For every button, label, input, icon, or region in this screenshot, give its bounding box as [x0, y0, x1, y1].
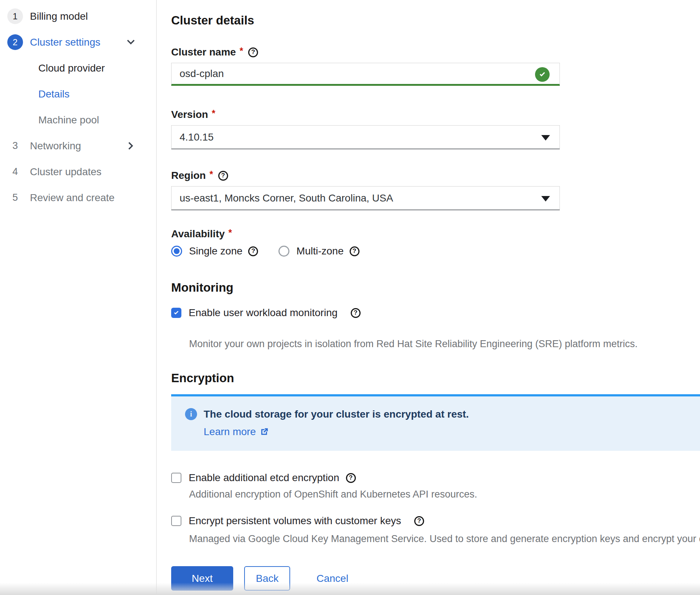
step-number: 5	[7, 192, 23, 203]
step-number-badge: 1	[7, 8, 23, 24]
encrypt-persistent-volumes-label: Encrypt persistent volumes with customer…	[189, 515, 401, 527]
help-icon[interactable]: ?	[414, 516, 424, 526]
help-icon[interactable]: ?	[248, 246, 258, 256]
enable-user-workload-monitoring-label: Enable user workload monitoring	[189, 307, 338, 319]
wizard-footer: Next Back Cancel	[171, 566, 700, 591]
nav-step-label: Networking	[30, 140, 81, 152]
help-icon[interactable]: ?	[351, 308, 361, 318]
multi-zone-label: Multi-zone	[296, 245, 343, 257]
nav-substep-machine-pool[interactable]: Machine pool	[0, 107, 156, 133]
availability-label: Availability	[171, 228, 225, 240]
monitoring-heading: Monitoring	[171, 280, 700, 295]
required-asterisk: *	[212, 108, 215, 119]
help-icon[interactable]: ?	[248, 47, 258, 57]
info-alert-title: The cloud storage for your cluster is en…	[204, 408, 469, 420]
step-number: 3	[7, 140, 23, 151]
nav-step-networking[interactable]: 3 Networking	[0, 133, 156, 159]
etcd-encryption-row: Enable additional etcd encryption ?	[171, 472, 700, 484]
nav-substep-label: Machine pool	[38, 114, 99, 126]
external-link-icon	[259, 427, 269, 437]
version-selected-value: 4.10.15	[180, 131, 214, 143]
info-alert-link-row: Learn more	[204, 426, 700, 438]
step-number: 4	[7, 166, 23, 177]
enable-user-workload-monitoring-checkbox[interactable]	[171, 308, 181, 318]
step-number-badge: 2	[7, 34, 23, 50]
single-zone-label: Single zone	[189, 245, 242, 257]
radio-selected-icon	[171, 246, 182, 257]
version-label-row: Version *	[171, 108, 700, 121]
etcd-helper-text: Additional encryption of OpenShift and K…	[171, 488, 700, 500]
region-selected-value: us-east1, Moncks Corner, South Carolina,…	[180, 192, 393, 204]
info-icon: i	[185, 408, 197, 420]
caret-down-icon	[541, 196, 550, 201]
cluster-name-label: Cluster name	[171, 46, 236, 58]
enable-additional-etcd-encryption-label: Enable additional etcd encryption	[189, 472, 339, 484]
caret-down-icon	[541, 135, 550, 141]
cancel-button[interactable]: Cancel	[313, 566, 352, 591]
availability-label-row: Availability *	[171, 228, 700, 240]
success-check-icon	[535, 67, 550, 82]
monitoring-helper-text: Monitor your own projects in isolation f…	[171, 338, 700, 350]
nav-step-label: Billing model	[30, 11, 88, 22]
single-zone-radio-option[interactable]: Single zone ?	[171, 245, 258, 257]
nav-step-cluster-settings[interactable]: 2 Cluster settings	[0, 29, 156, 55]
nav-substep-cloud-provider[interactable]: Cloud provider	[0, 55, 156, 81]
next-button[interactable]: Next	[171, 566, 233, 591]
chevron-down-icon	[127, 37, 135, 45]
encryption-heading: Encryption	[171, 370, 700, 386]
chevron-right-icon	[126, 142, 133, 150]
back-button[interactable]: Back	[244, 566, 290, 591]
required-asterisk: *	[228, 228, 232, 238]
required-asterisk: *	[239, 46, 243, 56]
nav-step-cluster-updates[interactable]: 4 Cluster updates	[0, 159, 156, 185]
info-alert: i The cloud storage for your cluster is …	[171, 394, 700, 451]
nav-substep-label: Cloud provider	[38, 62, 105, 74]
version-label: Version	[171, 108, 208, 121]
version-select[interactable]: 4.10.15	[171, 125, 560, 149]
encrypt-persistent-volumes-checkbox[interactable]	[171, 516, 181, 526]
enable-additional-etcd-encryption-checkbox[interactable]	[171, 473, 181, 483]
region-label-row: Region * ?	[171, 169, 700, 182]
pv-helper-text: Managed via Google Cloud Key Management …	[171, 533, 700, 545]
user-workload-monitoring-row: Enable user workload monitoring ?	[171, 307, 700, 319]
nav-step-label: Cluster updates	[30, 166, 101, 178]
help-icon[interactable]: ?	[218, 171, 228, 181]
help-icon[interactable]: ?	[350, 246, 359, 256]
pv-encryption-row: Encrypt persistent volumes with customer…	[171, 515, 700, 527]
nav-substep-details[interactable]: Details	[0, 81, 156, 107]
nav-step-billing-model[interactable]: 1 Billing model	[0, 3, 156, 29]
nav-step-label: Cluster settings	[30, 37, 100, 48]
nav-substep-label: Details	[38, 88, 70, 100]
help-icon[interactable]: ?	[346, 473, 356, 483]
required-asterisk: *	[209, 169, 213, 180]
cluster-details-step: Cluster details Cluster name * ? Version…	[157, 0, 700, 595]
page-title: Cluster details	[171, 12, 700, 28]
cluster-name-label-row: Cluster name * ?	[171, 46, 700, 58]
cluster-name-input-wrap	[171, 63, 560, 86]
info-alert-title-row: i The cloud storage for your cluster is …	[185, 408, 700, 420]
create-cluster-wizard: 1 Billing model 2 Cluster settings Cloud…	[0, 0, 700, 595]
radio-unselected-icon	[278, 246, 289, 257]
cluster-name-input[interactable]	[171, 63, 560, 86]
wizard-nav: 1 Billing model 2 Cluster settings Cloud…	[0, 0, 157, 595]
nav-step-review-and-create[interactable]: 5 Review and create	[0, 185, 156, 211]
region-label: Region	[171, 169, 206, 182]
nav-step-label: Review and create	[30, 192, 115, 204]
availability-radio-group: Single zone ? Multi-zone ?	[171, 245, 700, 257]
region-select[interactable]: us-east1, Moncks Corner, South Carolina,…	[171, 186, 560, 210]
learn-more-link[interactable]: Learn more	[204, 426, 256, 438]
multi-zone-radio-option[interactable]: Multi-zone ?	[278, 245, 359, 257]
